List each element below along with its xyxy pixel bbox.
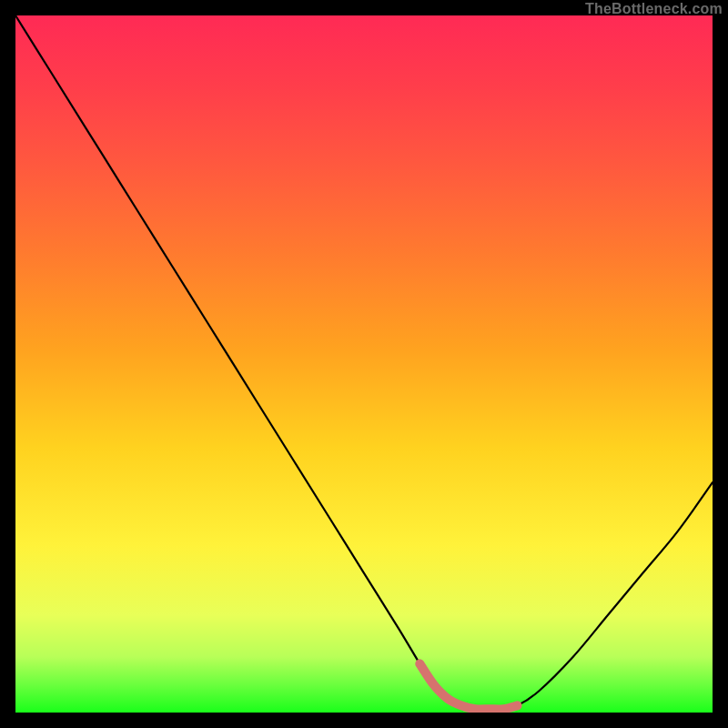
curve-svg bbox=[15, 15, 713, 713]
chart-frame: TheBottleneck.com bbox=[0, 0, 728, 728]
plot-area bbox=[15, 15, 713, 713]
highlight-segment bbox=[420, 663, 517, 709]
main-curve bbox=[15, 15, 713, 709]
watermark-text: TheBottleneck.com bbox=[585, 1, 723, 17]
